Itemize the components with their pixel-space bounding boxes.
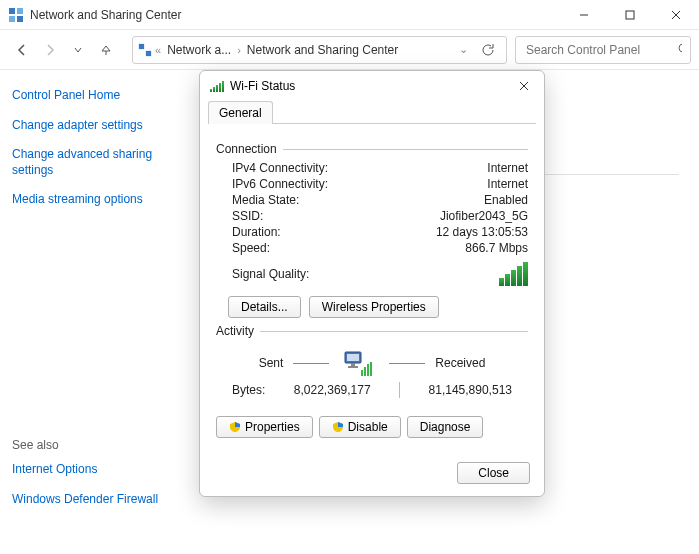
signal-quality-icon bbox=[499, 262, 528, 286]
refresh-button[interactable] bbox=[474, 36, 502, 64]
media-state-value: Enabled bbox=[484, 193, 528, 207]
chevron-left-icon: « bbox=[155, 44, 161, 56]
titlebar: Network and Sharing Center bbox=[0, 0, 699, 30]
speed-label: Speed: bbox=[232, 241, 270, 255]
divider bbox=[399, 382, 400, 398]
svg-rect-2 bbox=[9, 16, 15, 22]
ipv6-label: IPv6 Connectivity: bbox=[232, 177, 328, 191]
ssid-label: SSID: bbox=[232, 209, 263, 223]
search-icon bbox=[678, 43, 682, 56]
signal-icon bbox=[210, 81, 224, 92]
speed-value: 866.7 Mbps bbox=[465, 241, 528, 255]
dialog-titlebar: Wi-Fi Status bbox=[200, 71, 544, 101]
chevron-down-icon[interactable]: ⌄ bbox=[459, 43, 468, 56]
chevron-right-icon: › bbox=[237, 44, 241, 56]
sidebar-inet-options-link[interactable]: Internet Options bbox=[12, 462, 183, 478]
svg-point-10 bbox=[679, 44, 682, 52]
breadcrumb-seg[interactable]: Network and Sharing Center bbox=[243, 43, 402, 57]
duration-label: Duration: bbox=[232, 225, 281, 239]
svg-rect-21 bbox=[370, 362, 372, 376]
back-button[interactable] bbox=[8, 36, 36, 64]
signal-quality-label: Signal Quality: bbox=[232, 267, 309, 281]
sidebar-home-link[interactable]: Control Panel Home bbox=[12, 88, 183, 104]
wifi-status-dialog: Wi-Fi Status General Connection IPv4 Con… bbox=[199, 70, 545, 497]
see-also-label: See also bbox=[12, 438, 183, 452]
media-state-label: Media State: bbox=[232, 193, 299, 207]
toolbar: « Network a... › Network and Sharing Cen… bbox=[0, 30, 699, 70]
group-activity: Activity bbox=[216, 324, 528, 338]
svg-rect-9 bbox=[146, 50, 151, 55]
sidebar-media-link[interactable]: Media streaming options bbox=[12, 192, 183, 208]
ipv6-value: Internet bbox=[487, 177, 528, 191]
sidebar-adapter-link[interactable]: Change adapter settings bbox=[12, 118, 183, 134]
divider bbox=[293, 363, 329, 364]
breadcrumb-seg[interactable]: Network a... bbox=[163, 43, 235, 57]
up-button[interactable] bbox=[92, 36, 120, 64]
maximize-button[interactable] bbox=[607, 0, 653, 30]
duration-value: 12 days 13:05:53 bbox=[436, 225, 528, 239]
recent-dropdown[interactable] bbox=[64, 36, 92, 64]
svg-rect-0 bbox=[9, 8, 15, 14]
shield-icon bbox=[229, 421, 241, 433]
svg-rect-3 bbox=[17, 16, 23, 22]
svg-rect-8 bbox=[139, 43, 144, 48]
shield-icon bbox=[332, 421, 344, 433]
minimize-button[interactable] bbox=[561, 0, 607, 30]
forward-button[interactable] bbox=[36, 36, 64, 64]
svg-rect-19 bbox=[364, 367, 366, 376]
svg-rect-1 bbox=[17, 8, 23, 14]
ssid-value: Jiofiber2043_5G bbox=[440, 209, 528, 223]
sent-label: Sent bbox=[259, 356, 284, 370]
close-window-button[interactable] bbox=[653, 0, 699, 30]
properties-button[interactable]: Properties bbox=[216, 416, 313, 438]
network-center-icon bbox=[8, 7, 24, 23]
svg-rect-16 bbox=[351, 363, 355, 366]
window-title: Network and Sharing Center bbox=[30, 8, 561, 22]
svg-rect-20 bbox=[367, 364, 369, 376]
group-connection: Connection bbox=[216, 142, 528, 156]
sidebar: Control Panel Home Change adapter settin… bbox=[0, 70, 195, 554]
svg-rect-5 bbox=[626, 11, 634, 19]
wireless-properties-button[interactable]: Wireless Properties bbox=[309, 296, 439, 318]
divider bbox=[389, 363, 425, 364]
bytes-sent-value: 8,022,369,177 bbox=[294, 383, 371, 397]
diagnose-button[interactable]: Diagnose bbox=[407, 416, 484, 438]
close-button[interactable]: Close bbox=[457, 462, 530, 484]
dialog-close-button[interactable] bbox=[514, 76, 534, 96]
details-button[interactable]: Details... bbox=[228, 296, 301, 318]
network-activity-icon bbox=[339, 348, 379, 378]
address-bar[interactable]: « Network a... › Network and Sharing Cen… bbox=[132, 36, 507, 64]
svg-rect-15 bbox=[347, 354, 359, 361]
received-label: Received bbox=[435, 356, 485, 370]
sidebar-firewall-link[interactable]: Windows Defender Firewall bbox=[12, 492, 183, 508]
ipv4-label: IPv4 Connectivity: bbox=[232, 161, 328, 175]
disable-button[interactable]: Disable bbox=[319, 416, 401, 438]
sidebar-advanced-link[interactable]: Change advanced sharing settings bbox=[12, 147, 183, 178]
search-input[interactable] bbox=[524, 42, 678, 58]
bytes-label: Bytes: bbox=[232, 383, 265, 397]
tab-general[interactable]: General bbox=[208, 101, 273, 124]
dialog-title: Wi-Fi Status bbox=[230, 79, 514, 93]
network-center-icon bbox=[137, 42, 153, 58]
svg-rect-17 bbox=[348, 366, 358, 368]
bytes-received-value: 81,145,890,513 bbox=[429, 383, 512, 397]
search-box[interactable] bbox=[515, 36, 691, 64]
svg-rect-18 bbox=[361, 370, 363, 376]
ipv4-value: Internet bbox=[487, 161, 528, 175]
